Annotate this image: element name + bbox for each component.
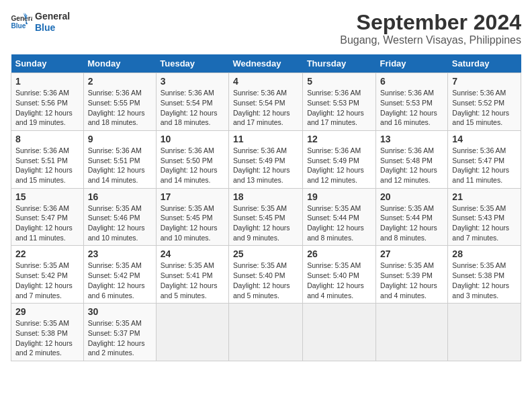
- sunset-label: Sunset: 5:43 PM: [452, 214, 504, 222]
- sunrise-label: Sunrise: 5:36 AM: [380, 146, 434, 154]
- calendar-cell: 30 Sunrise: 5:35 AM Sunset: 5:37 PM Dayl…: [83, 304, 156, 361]
- daylight-label: Daylight: 12 hours and 5 minutes.: [161, 281, 218, 300]
- calendar-cell: 1 Sunrise: 5:36 AM Sunset: 5:56 PM Dayli…: [11, 73, 84, 131]
- sunset-label: Sunset: 5:44 PM: [380, 214, 433, 222]
- header: General Blue General Blue September 2024…: [11, 11, 521, 46]
- sunset-label: Sunset: 5:48 PM: [380, 156, 433, 165]
- calendar-cell: 5 Sunrise: 5:36 AM Sunset: 5:53 PM Dayli…: [303, 73, 376, 131]
- calendar-cell: [303, 304, 376, 361]
- daylight-label: Daylight: 12 hours and 8 minutes.: [307, 224, 364, 242]
- day-number: 14: [452, 134, 517, 144]
- day-number: 11: [233, 134, 298, 144]
- sunrise-label: Sunrise: 5:35 AM: [307, 261, 361, 269]
- column-header-friday: Friday: [376, 54, 448, 73]
- sunrise-label: Sunrise: 5:36 AM: [15, 146, 69, 154]
- day-info: Sunrise: 5:36 AM Sunset: 5:51 PM Dayligh…: [88, 146, 152, 185]
- day-number: 30: [88, 306, 152, 317]
- sunrise-label: Sunrise: 5:36 AM: [88, 146, 142, 154]
- day-number: 22: [15, 248, 79, 259]
- sunrise-label: Sunrise: 5:35 AM: [88, 319, 142, 327]
- sunrise-label: Sunrise: 5:36 AM: [88, 89, 142, 97]
- day-number: 16: [88, 191, 152, 202]
- sunset-label: Sunset: 5:51 PM: [88, 156, 140, 165]
- calendar-week-5: 29 Sunrise: 5:35 AM Sunset: 5:38 PM Dayl…: [11, 304, 521, 361]
- calendar-cell: 11 Sunrise: 5:36 AM Sunset: 5:49 PM Dayl…: [228, 130, 302, 188]
- day-number: 12: [307, 134, 371, 144]
- day-number: 4: [233, 76, 298, 87]
- sunrise-label: Sunrise: 5:36 AM: [233, 146, 287, 154]
- sunrise-label: Sunrise: 5:36 AM: [380, 89, 434, 97]
- logo-blue: Blue: [35, 22, 70, 34]
- calendar-cell: 26 Sunrise: 5:35 AM Sunset: 5:40 PM Dayl…: [303, 246, 376, 304]
- calendar-week-3: 15 Sunrise: 5:36 AM Sunset: 5:47 PM Dayl…: [11, 188, 521, 246]
- daylight-label: Daylight: 12 hours and 7 minutes.: [452, 224, 509, 242]
- day-info: Sunrise: 5:36 AM Sunset: 5:56 PM Dayligh…: [15, 88, 79, 128]
- sunrise-label: Sunrise: 5:36 AM: [452, 146, 506, 154]
- calendar-cell: [448, 304, 521, 361]
- page-subtitle: Bugang, Western Visayas, Philippines: [340, 34, 521, 46]
- calendar-cell: 13 Sunrise: 5:36 AM Sunset: 5:48 PM Dayl…: [376, 130, 448, 188]
- calendar-cell: 6 Sunrise: 5:36 AM Sunset: 5:53 PM Dayli…: [376, 73, 448, 131]
- calendar-header-row: SundayMondayTuesdayWednesdayThursdayFrid…: [11, 54, 521, 73]
- day-number: 9: [88, 134, 152, 144]
- sunset-label: Sunset: 5:47 PM: [15, 214, 68, 222]
- daylight-label: Daylight: 12 hours and 6 minutes.: [88, 281, 145, 300]
- day-info: Sunrise: 5:36 AM Sunset: 5:49 PM Dayligh…: [233, 146, 298, 185]
- sunrise-label: Sunrise: 5:36 AM: [452, 89, 506, 97]
- day-number: 27: [380, 248, 443, 259]
- sunset-label: Sunset: 5:42 PM: [15, 271, 68, 279]
- sunrise-label: Sunrise: 5:35 AM: [88, 204, 142, 212]
- calendar-cell: 10 Sunrise: 5:36 AM Sunset: 5:50 PM Dayl…: [156, 130, 228, 188]
- calendar-week-1: 1 Sunrise: 5:36 AM Sunset: 5:56 PM Dayli…: [11, 73, 521, 131]
- sunset-label: Sunset: 5:42 PM: [88, 271, 140, 279]
- daylight-label: Daylight: 12 hours and 15 minutes.: [452, 109, 509, 127]
- day-number: 20: [380, 191, 443, 202]
- daylight-label: Daylight: 12 hours and 16 minutes.: [380, 109, 437, 127]
- daylight-label: Daylight: 12 hours and 8 minutes.: [380, 224, 437, 242]
- calendar-cell: 8 Sunrise: 5:36 AM Sunset: 5:51 PM Dayli…: [11, 130, 84, 188]
- title-area: September 2024 Bugang, Western Visayas, …: [340, 11, 521, 46]
- day-info: Sunrise: 5:36 AM Sunset: 5:49 PM Dayligh…: [307, 146, 371, 185]
- sunrise-label: Sunrise: 5:36 AM: [307, 89, 361, 97]
- calendar-week-2: 8 Sunrise: 5:36 AM Sunset: 5:51 PM Dayli…: [11, 130, 521, 188]
- day-number: 7: [452, 76, 517, 87]
- daylight-label: Daylight: 12 hours and 11 minutes.: [452, 166, 509, 184]
- sunrise-label: Sunrise: 5:35 AM: [15, 319, 69, 327]
- day-info: Sunrise: 5:35 AM Sunset: 5:38 PM Dayligh…: [15, 318, 79, 358]
- day-number: 25: [233, 248, 298, 259]
- daylight-label: Daylight: 12 hours and 14 minutes.: [161, 166, 218, 184]
- calendar-cell: 7 Sunrise: 5:36 AM Sunset: 5:52 PM Dayli…: [448, 73, 521, 131]
- day-info: Sunrise: 5:36 AM Sunset: 5:53 PM Dayligh…: [380, 88, 443, 128]
- sunset-label: Sunset: 5:45 PM: [233, 214, 285, 222]
- sunrise-label: Sunrise: 5:35 AM: [233, 204, 287, 212]
- calendar-cell: 9 Sunrise: 5:36 AM Sunset: 5:51 PM Dayli…: [83, 130, 156, 188]
- calendar-cell: 24 Sunrise: 5:35 AM Sunset: 5:41 PM Dayl…: [156, 246, 228, 304]
- sunset-label: Sunset: 5:38 PM: [452, 271, 504, 279]
- calendar-cell: [156, 304, 228, 361]
- day-number: 18: [233, 191, 298, 202]
- svg-text:General: General: [11, 15, 32, 22]
- column-header-sunday: Sunday: [11, 54, 84, 73]
- calendar-cell: 20 Sunrise: 5:35 AM Sunset: 5:44 PM Dayl…: [376, 188, 448, 246]
- calendar-cell: 3 Sunrise: 5:36 AM Sunset: 5:54 PM Dayli…: [156, 73, 228, 131]
- sunrise-label: Sunrise: 5:35 AM: [380, 261, 434, 269]
- sunrise-label: Sunrise: 5:35 AM: [15, 261, 69, 269]
- sunset-label: Sunset: 5:56 PM: [15, 99, 68, 107]
- daylight-label: Daylight: 12 hours and 14 minutes.: [88, 166, 145, 184]
- daylight-label: Daylight: 12 hours and 15 minutes.: [15, 166, 73, 184]
- calendar-cell: 29 Sunrise: 5:35 AM Sunset: 5:38 PM Dayl…: [11, 304, 84, 361]
- calendar-cell: 27 Sunrise: 5:35 AM Sunset: 5:39 PM Dayl…: [376, 246, 448, 304]
- day-info: Sunrise: 5:36 AM Sunset: 5:52 PM Dayligh…: [452, 88, 517, 128]
- daylight-label: Daylight: 12 hours and 12 minutes.: [307, 166, 364, 184]
- calendar-cell: 16 Sunrise: 5:35 AM Sunset: 5:46 PM Dayl…: [83, 188, 156, 246]
- daylight-label: Daylight: 12 hours and 2 minutes.: [88, 339, 145, 357]
- column-header-thursday: Thursday: [303, 54, 376, 73]
- day-info: Sunrise: 5:35 AM Sunset: 5:46 PM Dayligh…: [88, 203, 152, 243]
- daylight-label: Daylight: 12 hours and 18 minutes.: [161, 109, 218, 127]
- day-number: 5: [307, 76, 371, 87]
- day-number: 15: [15, 191, 79, 202]
- calendar-cell: 23 Sunrise: 5:35 AM Sunset: 5:42 PM Dayl…: [83, 246, 156, 304]
- sunset-label: Sunset: 5:55 PM: [88, 99, 140, 107]
- daylight-label: Daylight: 12 hours and 10 minutes.: [161, 224, 218, 242]
- daylight-label: Daylight: 12 hours and 17 minutes.: [307, 109, 364, 127]
